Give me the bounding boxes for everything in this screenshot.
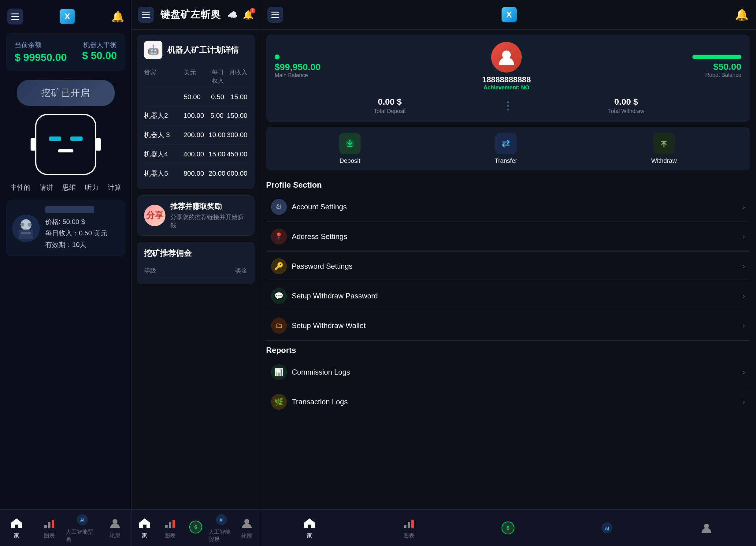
password-settings-item[interactable]: 🔑 Password Settings › bbox=[266, 251, 750, 281]
main-balance-value: $ 99950.00 bbox=[15, 51, 67, 63]
svg-rect-12 bbox=[169, 522, 171, 528]
right-logo-icon: X bbox=[502, 7, 517, 22]
nav-profile-label: 轮廓 bbox=[109, 532, 120, 539]
robot-ear-right bbox=[95, 138, 101, 150]
middle-header: 键盘矿左斬奥 ☁️ 🔔 ! bbox=[132, 0, 260, 30]
robot-display bbox=[0, 114, 132, 175]
robot-card-info: 价格: 50.00 $ 每日收入：0.50 美元 有效期：10天 bbox=[45, 206, 119, 250]
deposit-svg bbox=[344, 138, 356, 149]
right-content: $99,950.00 Main Balance 18888888888 Achi… bbox=[260, 30, 756, 509]
mining-button[interactable]: 挖矿已开启 bbox=[17, 80, 115, 106]
nav-chart[interactable]: 图表 bbox=[33, 510, 66, 546]
mid-nav-chart-label: 图表 bbox=[165, 532, 176, 539]
total-deposit-label: Total Deposit bbox=[374, 108, 406, 114]
total-withdraw-stat: 0.00 $ Total Withdraw bbox=[511, 97, 741, 114]
account-settings-label: Account Settings bbox=[292, 202, 738, 211]
profile-section-header: Profile Section bbox=[260, 175, 756, 192]
tag-thinking: 思维 bbox=[62, 183, 76, 192]
cloud-icon[interactable]: ☁️ bbox=[227, 10, 238, 20]
mid-chart-icon bbox=[163, 517, 177, 530]
plan-header: 🤖 机器人矿工计划详情 bbox=[144, 41, 247, 59]
svg-rect-11 bbox=[165, 525, 168, 528]
mid-home-icon bbox=[138, 517, 151, 530]
deposit-label: Deposit bbox=[339, 157, 360, 164]
total-deposit-value: 0.00 $ bbox=[378, 97, 402, 107]
right-header: X 🔔 bbox=[260, 0, 756, 30]
right-menu-button[interactable] bbox=[267, 7, 283, 23]
notification-bell[interactable]: 🔔 bbox=[111, 10, 124, 23]
referral-card[interactable]: 分享 推荐并赚取奖励 分享您的推荐链接并开始赚钱 bbox=[137, 195, 255, 236]
row-name-5: 机器人5 bbox=[144, 169, 183, 178]
mid-ai-icon: AI bbox=[215, 513, 228, 526]
logo: X bbox=[60, 9, 75, 24]
address-settings-chevron: › bbox=[743, 232, 745, 241]
nav-ai-trade[interactable]: AI 人工智能贸易 bbox=[66, 510, 99, 546]
home-icon bbox=[10, 517, 23, 530]
account-settings-item[interactable]: ⚙ Account Settings › bbox=[266, 192, 750, 222]
transfer-button[interactable]: Transfer bbox=[495, 133, 517, 164]
transaction-logs-item[interactable]: 🌿 Transaction Logs › bbox=[266, 387, 750, 417]
middle-title: 键盘矿左斬奥 bbox=[157, 8, 224, 21]
plan-table: 贵宾 美元 每日收入 月收入 50.00 0.50 15.00 机器人2 100… bbox=[144, 65, 247, 183]
mid-nav-chart[interactable]: 图表 bbox=[157, 510, 183, 546]
middle-content: 🤖 机器人矿工计划详情 贵宾 美元 每日收入 月收入 50.00 0.50 15… bbox=[132, 30, 260, 509]
svg-rect-23 bbox=[404, 525, 406, 528]
mid-menu-button[interactable] bbox=[138, 7, 154, 23]
robot-balance-display: $50.00 bbox=[692, 61, 741, 72]
svg-rect-1 bbox=[19, 229, 33, 239]
mid-profile-icon bbox=[240, 517, 254, 530]
right-logo-img: X bbox=[502, 7, 517, 22]
transfer-svg bbox=[500, 138, 512, 149]
setup-withdraw-password-item[interactable]: 💬 Setup Withdraw Password › bbox=[266, 281, 750, 311]
robot-card-name-blurred bbox=[45, 206, 94, 213]
setup-withdraw-wallet-item[interactable]: 🗂 Setup Withdraw Wallet › bbox=[266, 311, 750, 341]
commission-logs-item[interactable]: 📊 Commission Logs › bbox=[266, 358, 750, 387]
menu-button[interactable] bbox=[7, 9, 23, 24]
transaction-logs-icon: 🌿 bbox=[271, 394, 287, 410]
mid-nav-center[interactable]: 6 bbox=[183, 510, 209, 546]
mining-button-section: 挖矿已开启 bbox=[0, 80, 132, 106]
referral-info: 推荐并赚取奖励 分享您的推荐链接并开始赚钱 bbox=[170, 201, 247, 229]
address-settings-item[interactable]: 📍 Address Settings › bbox=[266, 222, 750, 251]
svg-rect-22 bbox=[661, 141, 667, 142]
right-nav-home[interactable]: 家 bbox=[260, 510, 359, 546]
plan-title: 机器人矿工计划详情 bbox=[167, 45, 239, 55]
withdraw-svg bbox=[658, 138, 670, 149]
username: 18888888888 bbox=[482, 75, 531, 84]
transaction-logs-label: Transaction Logs bbox=[292, 398, 738, 406]
robot-ear-left bbox=[31, 138, 36, 150]
tag-compute: 计算 bbox=[108, 183, 121, 192]
commission-logs-icon: 📊 bbox=[271, 364, 287, 380]
setup-withdraw-wallet-label: Setup Withdraw Wallet bbox=[292, 321, 738, 330]
setup-withdraw-password-chevron: › bbox=[743, 292, 745, 300]
account-settings-chevron: › bbox=[743, 202, 745, 211]
mid-nav-home[interactable]: 家 bbox=[132, 510, 157, 546]
right-nav-ai[interactable]: AI bbox=[558, 510, 657, 546]
nav-home[interactable]: 家 bbox=[0, 510, 33, 546]
row-monthly-1: 15.00 bbox=[228, 93, 247, 101]
divider-dots bbox=[508, 101, 508, 110]
profile-avatar bbox=[491, 42, 522, 72]
right-nav-chart[interactable]: 图表 bbox=[359, 510, 458, 546]
withdraw-label: Withdraw bbox=[651, 157, 676, 164]
deposit-button[interactable]: Deposit bbox=[339, 133, 361, 164]
referral-icon: 分享 bbox=[144, 205, 165, 226]
row-usd-4: 400.00 bbox=[183, 150, 207, 158]
mid-nav-ai[interactable]: AI 人工智能贸易 bbox=[209, 510, 234, 546]
right-nav-profile[interactable] bbox=[657, 510, 756, 546]
tag-neutral: 中性的 bbox=[10, 183, 31, 192]
mid-nav-profile[interactable]: 轮廓 bbox=[234, 510, 260, 546]
profile-left: $99,950.00 Main Balance bbox=[275, 54, 321, 79]
mid-bell[interactable]: 🔔 ! bbox=[243, 10, 254, 20]
table-row: 机器人5 800.00 20.00 600.00 bbox=[144, 164, 247, 183]
right-bell-icon[interactable]: 🔔 bbox=[735, 8, 749, 21]
commission-logs-label: Commission Logs bbox=[292, 368, 738, 377]
nav-profile[interactable]: 轮廓 bbox=[99, 510, 132, 546]
withdraw-button[interactable]: Withdraw bbox=[651, 133, 676, 164]
right-logo: X bbox=[287, 7, 731, 22]
total-deposit-stat: 0.00 $ Total Deposit bbox=[275, 97, 505, 114]
right-nav-center[interactable]: 6 bbox=[458, 510, 558, 546]
robot-card-price: 价格: 50.00 $ bbox=[45, 216, 119, 227]
svg-text:AI: AI bbox=[605, 526, 609, 531]
dot bbox=[507, 105, 509, 107]
